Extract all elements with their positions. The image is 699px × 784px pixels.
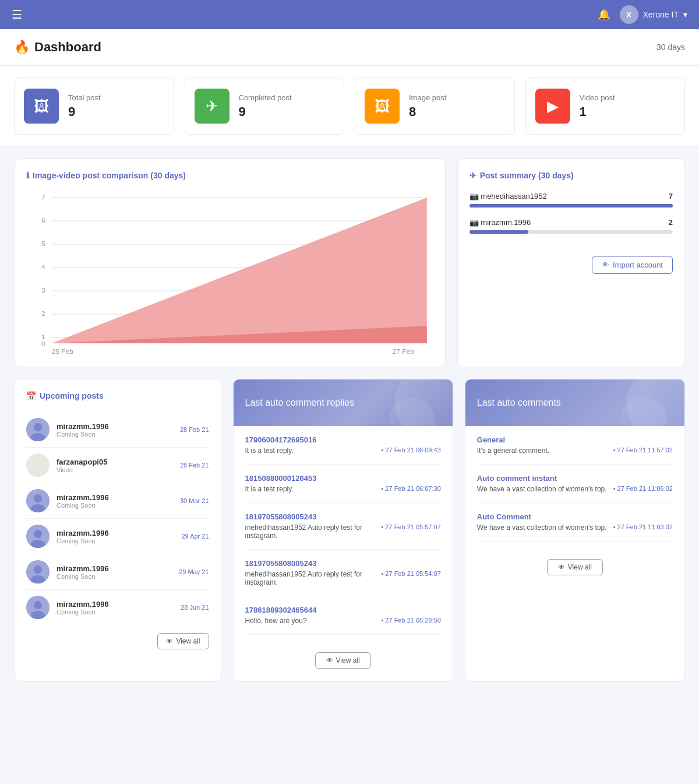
import-account-button[interactable]: 👁 Import account [592,256,673,274]
dropdown-arrow-icon: ▾ [683,10,687,19]
auto-comment-replies-panel: Last auto comment replies 17906004172695… [233,379,453,682]
auto-comment-text-2: We have a vast collection of women's top… [477,523,607,532]
upcoming-date-2: 30 Mar 21 [180,497,209,504]
reply-text-1: It is a test reply. [245,485,294,493]
image-post-label: Image post [409,93,446,102]
upcoming-item-0: mirazmm.1996 Coming Soon 28 Feb 21 [26,412,209,448]
auto-reply-item-2: 18197055808005243 mehedihassan1952 Auto … [245,512,441,550]
upcoming-sub-5: Coming Soon [57,609,174,616]
upcoming-items-list: mirazmm.1996 Coming Soon 28 Feb 21 farza… [26,412,209,625]
auto-comment-text-1: We have a vast collection of women's top… [477,485,607,493]
progress-bar-wrap-1 [469,230,673,234]
avatar: X [620,5,638,24]
svg-text:2: 2 [41,310,45,317]
upcoming-name-1: farzanapopi05 [57,458,173,466]
reply-date-2: • 27 Feb 21 05:57:07 [381,523,440,530]
upcoming-view-all-button[interactable]: 👁 View all [157,633,209,649]
reply-id-0[interactable]: 17906004172695016 [245,435,441,444]
auto-comment-date-1: • 27 Feb 21 11:06:02 [613,485,673,492]
reply-date-4: • 27 Feb 21 05:28:50 [381,617,440,624]
upcoming-sub-4: Coming Soon [57,573,172,580]
svg-text:3: 3 [41,287,45,293]
reply-text-3: mehedihassan1952 Auto reply test for ins… [245,570,377,586]
username-label: Xerone IT [643,10,679,19]
svg-text:25 Feb: 25 Feb [52,348,73,354]
svg-point-23 [34,494,42,502]
upcoming-posts-title: 📅 Upcoming posts [26,391,209,400]
reply-id-4[interactable]: 17861889302465644 [245,606,441,614]
days-filter: 30 days [656,43,685,52]
import-icon: 👁 [602,261,609,269]
account-name-1: mirazmm.1996 [481,218,531,227]
chart-title: ℹ Image-video post comparison (30 days) [26,171,433,180]
upcoming-date-5: 28 Jun 21 [181,604,209,611]
auto-comment-item-1: Auto comment instant We have a vast coll… [477,474,673,503]
upcoming-name-3: mirazmm.1996 [57,529,174,537]
stat-card-total-post: 🖼 Total post 9 [14,78,174,135]
account-count-0: 7 [669,192,673,201]
reply-date-1: • 27 Feb 21 06:07:30 [381,485,440,492]
svg-text:1: 1 [41,333,45,340]
total-post-icon: 🖼 [24,89,59,124]
reply-text-0: It is a test reply. [245,447,294,455]
svg-point-32 [34,601,42,609]
auto-reply-body: 17906004172695016 It is a test reply. • … [234,426,453,681]
auto-reply-item-3: 18197055808005243 mehedihassan1952 Auto … [245,559,441,596]
auto-comments-body: General It's a general comment. • 27 Feb… [465,426,684,588]
total-post-label: Total post [68,93,101,102]
svg-text:0: 0 [41,340,45,347]
send-icon: ✈ [469,171,476,180]
reply-date-0: • 27 Feb 21 06:09:43 [381,447,440,453]
upcoming-posts-panel: 📅 Upcoming posts mirazmm.1996 Coming Soo… [14,379,221,682]
progress-bar-fill-1 [469,230,528,234]
account-name-0: mehedihassan1952 [481,192,546,201]
post-summary-panel: ✈ Post summary (30 days) 📷 mehedihassan1… [457,159,685,367]
completed-post-label: Completed post [239,93,292,102]
upcoming-item-2: mirazmm.1996 Coming Soon 30 Mar 21 [26,483,209,519]
reply-date-3: • 27 Feb 21 05:54:07 [381,570,440,577]
upcoming-sub-0: Coming Soon [57,431,173,438]
image-post-value: 8 [409,104,446,119]
upcoming-name-0: mirazmm.1996 [57,422,173,431]
auto-comments-view-all-button[interactable]: 👁 View all [547,559,603,575]
auto-comment-title-1: Auto comment instant [477,474,673,483]
upcoming-item-4: mirazmm.1996 Coming Soon 29 May 21 [26,554,209,590]
instagram-icon-1: 📷 [469,218,479,227]
reply-id-1[interactable]: 18150880000126453 [245,474,441,483]
auto-comment-title-2: Auto Comment [477,512,673,521]
upcoming-date-0: 28 Feb 21 [180,426,209,433]
upcoming-avatar-0 [26,418,50,441]
upcoming-name-5: mirazmm.1996 [57,600,174,609]
stats-row: 🖼 Total post 9 ✈ Completed post 9 🖼 Imag… [0,66,699,147]
calendar-icon: 📅 [26,391,36,400]
eye-icon-comments: 👁 [558,563,565,571]
reply-text-4: Hello, how are you? [245,617,307,625]
upcoming-date-1: 28 Feb 21 [180,462,209,469]
completed-post-icon: ✈ [195,89,230,124]
reply-id-3[interactable]: 18197055808005243 [245,559,441,568]
svg-marker-15 [52,198,427,343]
upcoming-avatar-1 [26,453,50,477]
upcoming-name-4: mirazmm.1996 [57,564,172,573]
auto-comments-header: Last auto comments [465,379,684,426]
hamburger-menu-icon[interactable]: ☰ [12,8,22,22]
upcoming-avatar-2 [26,489,50,512]
svg-point-26 [34,530,42,538]
user-menu[interactable]: X Xerone IT ▾ [620,5,687,24]
video-post-icon: ▶ [535,89,570,124]
upcoming-sub-3: Coming Soon [57,537,174,544]
auto-reply-item-0: 17906004172695016 It is a test reply. • … [245,435,441,465]
progress-bar-wrap-0 [469,204,673,208]
svg-point-20 [34,423,42,431]
svg-point-29 [34,565,42,574]
upcoming-date-4: 29 May 21 [179,568,209,575]
upcoming-avatar-5 [26,596,50,619]
notification-bell-icon[interactable]: 🔔 [598,8,610,21]
reply-id-2[interactable]: 18197055808005243 [245,512,441,521]
upcoming-item-3: mirazmm.1996 Coming Soon 29 Apr 21 [26,519,209,554]
auto-comment-text-0: It's a general comment. [477,447,549,455]
upcoming-sub-1: Video [57,466,173,473]
dashboard-header: 🔥 Dashboard 30 days [0,29,699,66]
auto-reply-view-all-button[interactable]: 👁 View all [315,652,371,669]
svg-text:7: 7 [41,194,45,200]
